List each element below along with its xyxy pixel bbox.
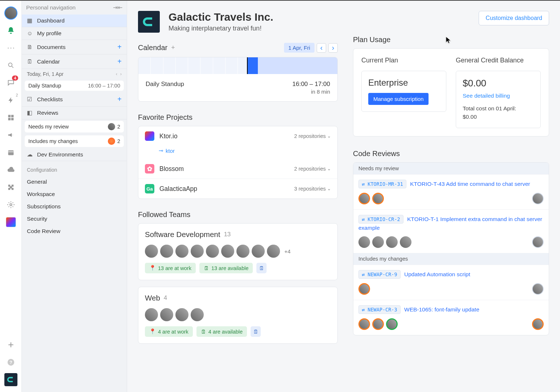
repo-count[interactable]: 2 repositories⌄ [294, 133, 331, 139]
cal-prev-icon[interactable]: ‹ [317, 43, 326, 53]
code-reviews: Needs my review ⇄ KTORIO-MR-31 KTORIO-T-… [353, 162, 549, 335]
app-logo[interactable] [4, 373, 17, 386]
cal-icon: 🗓 [201, 329, 206, 335]
plus-icon[interactable] [4, 338, 17, 351]
fav-title: Favorite Projects [138, 113, 192, 122]
sidebar-item-calendar[interactable]: 🗓 Calendar + [22, 54, 127, 69]
config-general[interactable]: General [22, 176, 127, 188]
megaphone-icon[interactable] [4, 128, 17, 142]
author-avatar[interactable] [532, 318, 544, 330]
reviewer-avatar[interactable] [358, 236, 370, 248]
collapse-icon[interactable]: ⇥⇤ [113, 4, 122, 11]
config-workspace[interactable]: Workspace [22, 188, 127, 200]
toolbox-icon[interactable] [4, 216, 17, 229]
sidebar-includes-changes[interactable]: Includes my changes 2 [25, 135, 124, 147]
reviewer-avatar[interactable] [372, 193, 384, 204]
pin-icon: 📍 [149, 328, 156, 335]
bell-icon[interactable] [4, 24, 17, 37]
author-avatar[interactable] [532, 283, 544, 295]
pin-icon: 📍 [149, 265, 156, 271]
calendar-date[interactable]: 1 Apr, Fri [284, 43, 315, 53]
calendar-event[interactable]: Daily Standup 16:00 – 17:00 in 8 min [138, 74, 337, 101]
customize-button[interactable]: Customize dashboard [479, 11, 549, 25]
reviewer-avatar[interactable] [400, 236, 411, 248]
review-item[interactable]: ⇄ NEWAP-CR-9 Updated Automation script [353, 265, 549, 300]
at-work-tag[interactable]: 📍4 are at work [145, 326, 193, 337]
team-count: 13 [224, 231, 231, 238]
available-tag[interactable]: 🗓13 are available [199, 263, 253, 273]
sidebar-item-profile[interactable]: ☺ My profile [22, 27, 127, 40]
config-code-review[interactable]: Code Review [22, 225, 127, 237]
teams-title: Followed Teams [138, 211, 190, 219]
add-calendar-icon[interactable]: + [117, 57, 122, 66]
sidebar-needs-review[interactable]: Needs my review 2 [25, 121, 124, 132]
chat-icon[interactable]: 4 [4, 76, 17, 89]
cal-icon: 🗓 [204, 265, 209, 271]
add-checklist-icon[interactable]: + [117, 95, 122, 103]
project-row[interactable]: ✿ Blossom 2 repositories⌄ [138, 159, 337, 179]
review-item[interactable]: ⇄ KTORIO-CR-2 KTORIO-T-1 Implement extra… [353, 209, 549, 253]
cloud-icon[interactable] [4, 163, 17, 176]
rail-avatar[interactable] [4, 7, 17, 20]
repo-count[interactable]: 3 repositories⌄ [294, 186, 331, 192]
manage-subscription-button[interactable]: Manage subscription [368, 93, 429, 105]
plan-title: Plan Usage [353, 36, 390, 44]
day-nav[interactable]: ‹› [116, 72, 122, 77]
config-subscriptions[interactable]: Subscriptions [22, 200, 127, 213]
reviewer-avatar[interactable] [372, 236, 384, 248]
reviews-title: Code Reviews [353, 150, 400, 158]
meeting-time: 16:00 – 17:00 [88, 83, 120, 89]
reviewer-avatar[interactable] [386, 318, 398, 330]
reviewer-avatar[interactable] [386, 236, 398, 248]
schedule-icon[interactable]: 🗓 [251, 326, 261, 337]
cal-next-icon[interactable]: › [328, 43, 338, 53]
apps-icon[interactable] [4, 111, 17, 124]
billing-link[interactable]: See detailed billing [463, 93, 534, 99]
at-work-tag[interactable]: 📍13 are at work [145, 263, 196, 273]
repo-link[interactable]: ⊸ktor [138, 146, 337, 159]
team-card[interactable]: Software Development13 +4 📍13 are at wor… [138, 223, 338, 280]
schedule-icon[interactable]: 🗓 [256, 263, 267, 273]
author-avatar[interactable] [532, 236, 544, 248]
repo-count[interactable]: 2 repositories⌄ [294, 166, 331, 172]
sidebar-title: Personal navigation [26, 4, 76, 11]
event-block[interactable] [248, 57, 257, 74]
sidebar-meeting[interactable]: Daily Standup 16:00 – 17:00 [25, 81, 124, 91]
sidebar-label: Calendar [37, 58, 60, 65]
org-logo [138, 11, 160, 33]
gear-icon[interactable] [4, 198, 17, 211]
team-card[interactable]: Web4 📍4 are at work 🗓4 are available 🗓 [138, 287, 338, 344]
bolt-icon[interactable]: 2 [4, 94, 17, 107]
project-row[interactable]: Ktor.io 2 repositories⌄ [138, 126, 337, 146]
add-event-icon[interactable]: + [171, 44, 175, 52]
search-icon[interactable] [4, 59, 17, 72]
sidebar-item-documents[interactable]: 🗎 Documents + [22, 40, 127, 54]
calendar-title: Calendar [138, 44, 167, 52]
available-tag[interactable]: 🗓4 are available [196, 326, 247, 337]
review-item[interactable]: ⇄ NEWAP-CR-3 WEB-1065: font-family updat… [353, 300, 549, 335]
more-icon[interactable]: ⋯ [4, 41, 17, 54]
includes-count: 2 [117, 138, 120, 144]
reviewer-avatar[interactable] [358, 318, 370, 330]
puzzle-icon[interactable] [4, 181, 17, 194]
calendar-icon[interactable] [4, 146, 17, 159]
avatar-more[interactable]: +4 [284, 248, 291, 254]
icon-rail: ⋯ 4 2 ? [0, 1, 22, 392]
project-row[interactable]: Ga GalacticaApp 3 repositories⌄ [138, 179, 337, 199]
reviewer-avatar[interactable] [358, 193, 370, 204]
author-avatar[interactable] [532, 193, 544, 204]
help-icon[interactable]: ? [4, 356, 17, 369]
review-item[interactable]: ⇄ KTORIO-MR-31 KTORIO-T-43 Add time comm… [353, 174, 549, 209]
calendar-strip[interactable] [138, 57, 337, 74]
review-title: Updated Automation script [404, 271, 470, 277]
sidebar-item-dev-env[interactable]: ☁ Dev Environments [22, 148, 127, 161]
sidebar-item-dashboard[interactable]: ▦ Dashboard [22, 15, 127, 27]
config-security[interactable]: Security [22, 213, 127, 225]
checklist-icon: ☑ [27, 96, 33, 103]
reviewer-avatar[interactable] [372, 318, 384, 330]
sidebar-item-checklists[interactable]: ☑ Checklists + [22, 92, 127, 107]
reviewer-avatar[interactable] [358, 283, 370, 295]
add-document-icon[interactable]: + [117, 43, 122, 51]
project-name: Blossom [159, 165, 289, 173]
sidebar-item-reviews[interactable]: ◧ Reviews [22, 107, 127, 119]
